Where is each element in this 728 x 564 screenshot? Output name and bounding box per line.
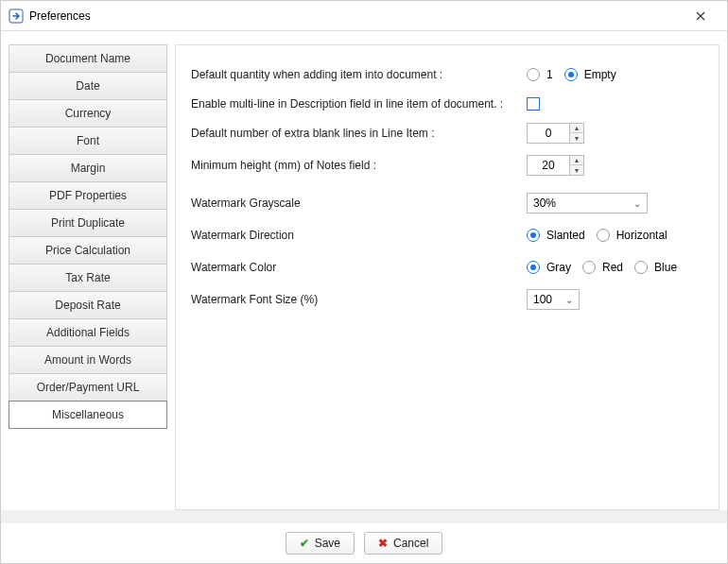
- select-wm-fontsize-value: 100: [533, 293, 552, 306]
- radio-direction-horizontal[interactable]: [597, 229, 610, 242]
- spinner-down-blank-lines[interactable]: ▼: [570, 133, 583, 143]
- label-wm-grayscale: Watermark Grayscale: [191, 197, 527, 210]
- spinner-notes-height: ▲ ▼: [527, 155, 584, 176]
- check-icon: ✔: [300, 537, 309, 550]
- x-icon: ✖: [378, 537, 388, 550]
- save-button[interactable]: ✔ Save: [286, 532, 355, 555]
- sidebar-item-price-calculation[interactable]: Price Calculation: [9, 236, 167, 265]
- select-wm-grayscale-value: 30%: [533, 197, 556, 210]
- label-wm-direction: Watermark Direction: [191, 229, 527, 242]
- sidebar-item-document-name[interactable]: Document Name: [9, 44, 167, 73]
- sidebar-item-margin[interactable]: Margin: [9, 154, 167, 182]
- radio-qty-one[interactable]: [527, 68, 540, 81]
- radio-label-horizontal: Horizontal: [616, 229, 667, 242]
- select-wm-grayscale[interactable]: 30% ⌄: [527, 193, 648, 214]
- spinner-buttons-notes-height: ▲ ▼: [570, 155, 584, 176]
- row-multiline: Enable multi-line in Description field i…: [191, 91, 703, 117]
- sidebar-item-print-duplicate[interactable]: Print Duplicate: [9, 209, 167, 237]
- radio-group-wm-direction: Slanted Horizontal: [527, 229, 675, 242]
- row-default-quantity: Default quantity when adding item into d…: [191, 59, 703, 91]
- sidebar-item-additional-fields[interactable]: Additional Fields: [9, 318, 167, 347]
- preferences-window: Preferences Document Name Date Currency …: [0, 0, 728, 564]
- radio-group-wm-color: Gray Red Blue: [527, 261, 685, 274]
- sidebar-item-order-payment-url[interactable]: Order/Payment URL: [9, 373, 167, 402]
- spinner-blank-lines: ▲ ▼: [527, 123, 584, 144]
- radio-color-red[interactable]: [582, 261, 596, 274]
- radio-label-qty-empty: Empty: [584, 68, 616, 81]
- sidebar-item-tax-rate[interactable]: Tax Rate: [9, 264, 167, 292]
- label-wm-fontsize: Watermark Font Size (%): [191, 293, 527, 306]
- radio-label-slanted: Slanted: [546, 229, 585, 242]
- spinner-buttons-blank-lines: ▲ ▼: [570, 123, 584, 144]
- radio-group-default-quantity: 1 Empty: [527, 68, 624, 81]
- spinner-down-notes-height[interactable]: ▼: [570, 165, 583, 175]
- cancel-button-label: Cancel: [393, 537, 428, 550]
- spinner-up-notes-height[interactable]: ▲: [570, 156, 583, 165]
- radio-direction-slanted[interactable]: [527, 229, 540, 242]
- titlebar: Preferences: [1, 1, 727, 31]
- save-button-label: Save: [315, 537, 340, 550]
- label-multiline: Enable multi-line in Description field i…: [191, 97, 527, 111]
- sidebar-item-amount-in-words[interactable]: Amount in Words: [9, 346, 167, 374]
- sidebar-item-currency[interactable]: Currency: [9, 99, 167, 128]
- row-blank-lines: Default number of extra blank lines in L…: [191, 117, 703, 149]
- label-notes-height: Minimum height (mm) of Notes field :: [191, 159, 527, 172]
- sidebar-item-deposit-rate[interactable]: Deposit Rate: [9, 291, 167, 319]
- main-panel: Default quantity when adding item into d…: [175, 44, 719, 510]
- content-area: Document Name Date Currency Font Margin …: [1, 31, 727, 510]
- sidebar: Document Name Date Currency Font Margin …: [9, 44, 167, 510]
- row-wm-fontsize: Watermark Font Size (%) 100 ⌄: [191, 283, 703, 316]
- footer: ✔ Save ✖ Cancel: [1, 523, 727, 563]
- spinner-up-blank-lines[interactable]: ▲: [570, 124, 583, 133]
- chevron-down-icon: ⌄: [633, 198, 641, 209]
- sidebar-item-date[interactable]: Date: [9, 72, 167, 100]
- row-wm-grayscale: Watermark Grayscale 30% ⌄: [191, 187, 703, 219]
- app-icon: [9, 9, 24, 24]
- sidebar-item-miscellaneous[interactable]: Miscellaneous: [9, 401, 167, 429]
- cancel-button[interactable]: ✖ Cancel: [364, 532, 442, 555]
- radio-label-qty-one: 1: [546, 68, 553, 81]
- radio-qty-empty[interactable]: [564, 68, 578, 81]
- radio-color-blue[interactable]: [634, 261, 648, 274]
- sidebar-item-pdf-properties[interactable]: PDF Properties: [9, 181, 167, 210]
- radio-label-blue: Blue: [654, 261, 677, 274]
- radio-label-gray: Gray: [546, 261, 571, 274]
- row-wm-color: Watermark Color Gray Red Blue: [191, 251, 703, 283]
- label-blank-lines: Default number of extra blank lines in L…: [191, 127, 527, 140]
- label-wm-color: Watermark Color: [191, 261, 527, 274]
- close-button[interactable]: [682, 2, 719, 30]
- window-title: Preferences: [29, 9, 682, 23]
- checkbox-multiline[interactable]: [527, 97, 540, 111]
- label-default-quantity: Default quantity when adding item into d…: [191, 68, 527, 81]
- radio-label-red: Red: [602, 261, 623, 274]
- input-notes-height[interactable]: [527, 155, 570, 176]
- horizontal-scrollbar[interactable]: [1, 510, 727, 523]
- chevron-down-icon: ⌄: [565, 295, 573, 305]
- radio-color-gray[interactable]: [527, 261, 540, 274]
- row-wm-direction: Watermark Direction Slanted Horizontal: [191, 219, 703, 251]
- row-notes-height: Minimum height (mm) of Notes field : ▲ ▼: [191, 149, 703, 181]
- input-blank-lines[interactable]: [527, 123, 570, 144]
- sidebar-item-font[interactable]: Font: [9, 127, 167, 155]
- select-wm-fontsize[interactable]: 100 ⌄: [527, 289, 580, 310]
- window-body: Document Name Date Currency Font Margin …: [1, 31, 727, 563]
